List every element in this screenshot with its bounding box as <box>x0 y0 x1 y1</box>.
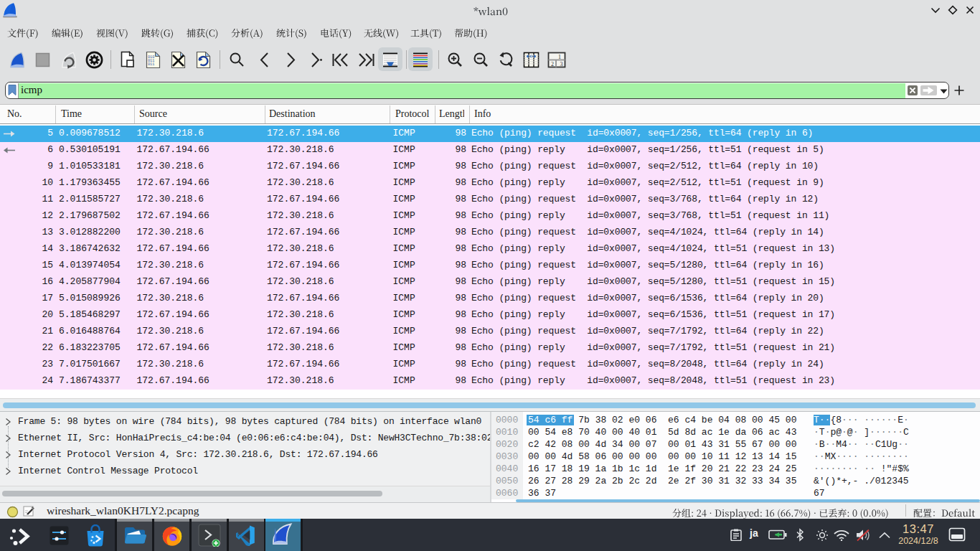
svg-text:011: 011 <box>148 62 154 67</box>
svg-text:3: 3 <box>560 61 563 67</box>
svg-text:1: 1 <box>558 54 561 60</box>
svg-text:2: 2 <box>551 61 554 67</box>
